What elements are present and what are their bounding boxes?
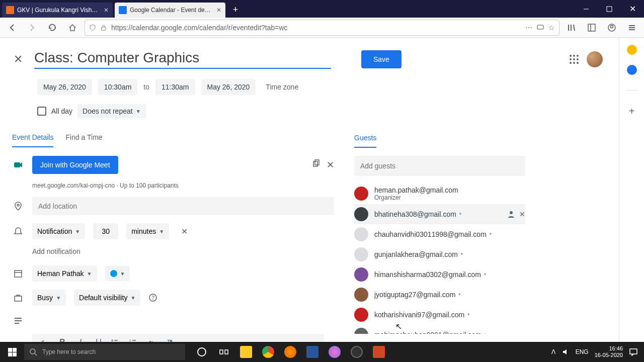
copy-link-icon[interactable] <box>311 159 320 170</box>
explorer-icon[interactable] <box>235 342 257 362</box>
browser-tab-active[interactable]: Google Calendar - Event details ✕ <box>115 3 225 18</box>
svg-text:?: ? <box>152 295 155 301</box>
guest-remove-icon[interactable]: ✕ <box>519 210 525 218</box>
svg-rect-44 <box>630 349 637 354</box>
bookmark-star-icon[interactable]: ☆ <box>548 24 555 32</box>
browser-tab-strip: GKV | Gurukula Kangri Vishwavidya ✕ Goog… <box>0 0 644 18</box>
menu-icon[interactable] <box>624 20 640 36</box>
obs-icon[interactable] <box>346 342 367 362</box>
end-date[interactable]: May 26, 2020 <box>201 79 256 95</box>
timezone-link[interactable]: Time zone <box>266 83 298 91</box>
start-date[interactable]: May 26, 2020 <box>37 79 92 95</box>
browser-toolbar: https://calendar.google.com/calendar/r/e… <box>0 18 644 38</box>
calendar-color-dropdown[interactable]: ▼ <box>105 266 130 281</box>
action-center-icon[interactable] <box>629 347 638 356</box>
close-window-button[interactable]: ✕ <box>621 0 644 18</box>
guest-item[interactable]: gunjanlakhera@gmail.com * <box>354 244 525 264</box>
taskbar-clock[interactable]: 16:46 16-05-2020 <box>595 345 623 358</box>
visibility-dropdown[interactable]: Default visibility▼ <box>74 290 140 306</box>
guest-item[interactable]: jyotiguptag27@gmail.com * <box>354 285 525 305</box>
user-avatar[interactable] <box>587 51 603 67</box>
notification-value-input[interactable] <box>93 223 118 239</box>
guest-item[interactable]: himanshisharma0302@gmail.com * <box>354 264 525 285</box>
notification-type-dropdown[interactable]: Notification▼ <box>32 223 85 239</box>
task-view-icon[interactable] <box>213 342 234 362</box>
svg-point-10 <box>611 25 613 28</box>
remove-notification-icon[interactable]: ✕ <box>181 227 188 236</box>
tasks-icon[interactable] <box>627 65 637 75</box>
sidebar-icon[interactable] <box>584 20 600 36</box>
guest-toggle-icon[interactable] <box>507 210 515 218</box>
add-notification-link[interactable]: Add notification <box>32 247 334 255</box>
guest-info: kotharishivani97@gmail.com * <box>374 311 525 319</box>
library-icon[interactable] <box>564 20 580 36</box>
new-tab-button[interactable]: + <box>228 3 243 17</box>
guest-item[interactable]: chauhanvidhi03011998@gmail.com * <box>354 224 525 244</box>
home-button[interactable] <box>64 20 80 36</box>
help-icon[interactable]: ? <box>148 293 157 302</box>
guest-avatar <box>354 247 368 261</box>
tab-find-time[interactable]: Find a Time <box>65 133 102 147</box>
add-guests-input[interactable] <box>354 156 525 176</box>
guest-item[interactable]: heman.pathak@gmail.comOrganizer <box>354 183 525 204</box>
maximize-button[interactable] <box>598 0 621 18</box>
minimize-button[interactable] <box>575 0 598 18</box>
url-bar[interactable]: https://calendar.google.com/calendar/r/e… <box>85 20 559 36</box>
meet-icon <box>12 160 24 170</box>
browser-tab[interactable]: GKV | Gurukula Kangri Vishwavidya ✕ <box>2 3 113 18</box>
taskbar-search[interactable]: Type here to search <box>24 344 185 360</box>
save-pocket-icon[interactable] <box>536 24 544 32</box>
join-meet-button[interactable]: Join with Google Meet <box>32 156 118 174</box>
save-button[interactable]: Save <box>361 50 401 68</box>
svg-rect-14 <box>14 162 20 167</box>
svg-rect-15 <box>313 161 317 166</box>
guest-avatar <box>354 227 368 241</box>
account-icon[interactable] <box>604 20 620 36</box>
word-icon[interactable] <box>302 342 323 362</box>
svg-rect-7 <box>588 24 595 31</box>
language-indicator[interactable]: ENG <box>576 348 589 355</box>
guests-tab[interactable]: Guests <box>354 134 376 148</box>
cortana-icon[interactable] <box>191 342 212 362</box>
allday-checkbox[interactable] <box>37 107 46 116</box>
start-button[interactable] <box>0 342 24 362</box>
reload-button[interactable] <box>44 20 60 36</box>
event-title-input[interactable] <box>34 50 331 69</box>
app-icon[interactable] <box>324 342 345 362</box>
back-button[interactable] <box>4 20 20 36</box>
chrome-icon[interactable] <box>258 342 279 362</box>
chevron-down-icon: ▼ <box>120 271 125 277</box>
svg-rect-1 <box>607 7 612 12</box>
firefox-icon[interactable] <box>280 342 301 362</box>
calendar-owner-dropdown[interactable]: Heman Pathak▼ <box>32 265 97 282</box>
notification-unit-dropdown[interactable]: minutes▼ <box>126 223 169 239</box>
guest-item[interactable]: bhatineha308@gmail.com *✕ <box>354 204 525 224</box>
calendar-icon <box>12 268 24 279</box>
side-panel: + › <box>619 38 644 362</box>
add-addon-icon[interactable]: + <box>629 106 635 117</box>
start-time[interactable]: 10:30am <box>98 79 137 95</box>
keep-icon[interactable] <box>627 45 637 55</box>
busy-dropdown[interactable]: Busy▼ <box>32 290 66 306</box>
chevron-down-icon: ▼ <box>87 271 92 277</box>
windows-taskbar: Type here to search ᐱ ENG 16:46 16-05-20… <box>0 342 644 362</box>
svg-rect-18 <box>15 270 22 277</box>
tab-close-icon[interactable]: ✕ <box>216 7 221 14</box>
divider <box>626 90 638 90</box>
guest-item[interactable]: kotharishivani97@gmail.com * <box>354 305 525 325</box>
tab-event-details[interactable]: Event Details <box>12 133 53 147</box>
location-input[interactable] <box>32 197 334 215</box>
end-time[interactable]: 11:30am <box>155 79 195 95</box>
tab-close-icon[interactable]: ✕ <box>104 7 109 14</box>
guest-avatar <box>354 267 368 282</box>
close-event-button[interactable]: ✕ <box>12 53 24 66</box>
guest-item[interactable]: mahimachauhan0001@gmail.com * <box>354 325 525 334</box>
repeat-dropdown[interactable]: Does not repeat▼ <box>77 104 146 118</box>
volume-icon[interactable] <box>561 348 570 356</box>
location-icon <box>12 201 24 211</box>
more-icon[interactable]: ⋯ <box>525 24 532 32</box>
google-apps-icon[interactable] <box>570 55 579 64</box>
remove-meet-icon[interactable]: ✕ <box>327 159 334 170</box>
tray-expand-icon[interactable]: ᐱ <box>551 348 555 355</box>
powerpoint-icon[interactable] <box>368 342 389 362</box>
